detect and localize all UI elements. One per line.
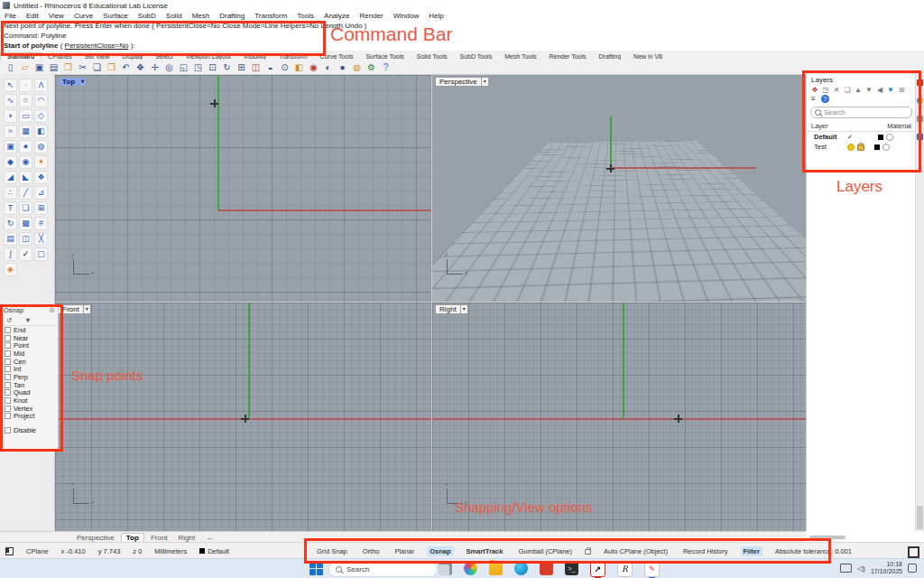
layer-material-icon[interactable] [882,144,890,151]
rectangle-icon[interactable]: ▭ [19,109,32,123]
paste-icon[interactable]: ❐ [105,61,118,73]
tab-subd-tools[interactable]: SubD Tools [453,53,498,60]
viewport-right-title[interactable]: Right [435,304,461,314]
start-button[interactable] [310,562,323,575]
solid-tools-icon[interactable]: ◆ [4,155,17,169]
delete-layer-icon[interactable]: ✕ [832,86,841,94]
menu-curve[interactable]: Curve [74,12,93,20]
menu-render[interactable]: Render [360,12,383,20]
box-icon[interactable]: ▣ [4,140,17,154]
osnap-quad[interactable]: Quad [1,389,58,397]
control-point-curve-icon[interactable]: ∿ [4,94,17,107]
current-layer-selector[interactable]: Default [199,547,229,555]
magnify-icon[interactable]: ◈ [4,263,17,276]
section-icon[interactable]: ▤ [4,232,17,246]
freeform-curve-icon[interactable]: ≈ [4,125,17,138]
taskbar-search-input[interactable]: Search [328,562,438,577]
toggle-auto-cplane[interactable]: Auto CPlane (Object) [601,546,670,556]
text-icon[interactable]: T [4,201,17,215]
bend-icon[interactable]: ∫ [4,247,17,261]
isolate-icon[interactable]: ⊙ [278,61,291,73]
blend-icon[interactable]: ❖ [34,171,48,184]
toggle-filter[interactable]: Filter [741,546,762,556]
layer-name[interactable]: Default [814,133,845,141]
panel-tab-help-icon[interactable] [917,134,923,140]
osnap-int[interactable]: Int [1,365,58,373]
point-object[interactable] [241,415,249,423]
zoom-extents-icon[interactable]: ◳ [191,61,205,73]
tab-standard[interactable]: Standard [0,52,42,60]
cylinder-icon[interactable]: ◍ [34,140,48,154]
osnap-cen-checkbox[interactable] [5,359,11,365]
viewport-layout-icon[interactable]: ⊞ [235,61,248,73]
single-point-icon[interactable]: ∙ [19,79,32,92]
menu-window[interactable]: Window [393,12,419,20]
hide-objects-icon[interactable]: ◒ [263,61,277,73]
lock-objects-icon[interactable]: ◧ [292,61,306,73]
viewport-top-title[interactable]: Top [58,77,79,87]
circle-icon[interactable]: ○ [19,94,32,107]
new-sublayer-icon[interactable]: ◳ [821,86,830,94]
osnap-disable-checkbox[interactable] [5,427,11,434]
viewport-perspective-label[interactable]: Perspective ▾ [435,77,489,87]
layer-color-swatch[interactable] [878,135,883,140]
viewport-top[interactable]: Top ▾ yx [54,74,432,303]
zoom-window-icon[interactable]: ◱ [177,61,190,73]
cplane-selector[interactable]: CPlane [26,547,49,555]
zoom-icon[interactable]: ◎ [162,61,176,73]
osnap-point[interactable]: Point [1,341,58,350]
osnap-vertex[interactable]: Vertex [1,405,58,413]
tab-viewport-layout[interactable]: Viewport Layout [180,53,237,60]
edge-browser-icon[interactable] [514,562,528,575]
viewport-perspective-title[interactable]: Perspective [435,77,482,87]
zoom-selected-icon[interactable]: ⊡ [206,61,219,73]
menu-help[interactable]: Help [429,12,443,20]
viewport-front[interactable]: Front ▾ zx [54,302,432,533]
menu-drafting[interactable]: Drafting [219,12,245,20]
osnap-history-icon[interactable]: ↺ [6,316,12,324]
viewport-tab-top[interactable]: Top [121,533,144,543]
layers-search-input[interactable]: Search [810,107,912,118]
arc-icon[interactable]: ◠ [34,94,48,107]
osnap-point-checkbox[interactable] [5,342,11,349]
layer-row-test[interactable]: Test [807,142,916,152]
menu-tools[interactable]: Tools [297,12,314,20]
viewport-right[interactable]: Right ▾ zy [431,302,808,533]
osnap-perp-checkbox[interactable] [5,374,11,380]
undo-icon[interactable]: ↶ [119,61,133,73]
menu-transform[interactable]: Transform [254,12,287,20]
pen-annotation-app-icon[interactable]: ✎ [644,562,660,577]
osnap-near-checkbox[interactable] [5,335,11,341]
command-prompt-option[interactable]: PersistentClose=No [65,42,129,50]
viewport-front-title[interactable]: Front [58,304,84,314]
move-layer-down-icon[interactable]: ▼ [864,86,873,94]
rhino-8-app-icon[interactable]: R [617,562,633,577]
osnap-mid[interactable]: Mid [1,350,58,358]
shaded-display-icon[interactable]: ◐ [321,61,335,73]
gear-icon[interactable]: ⚙ [49,306,55,314]
viewport-tab-arrow-icon[interactable]: ↔ [201,534,217,542]
save-icon[interactable]: ▣ [32,61,46,73]
column-material[interactable]: Material [887,122,911,130]
window-mode-icon[interactable] [908,546,919,558]
toggle-ortho[interactable]: Ortho [360,546,383,556]
panel-tab-properties-icon[interactable] [917,116,923,122]
orient-icon[interactable]: ↻ [4,217,17,230]
import-icon[interactable]: ❒ [61,61,75,73]
new-layer-icon[interactable]: ❖ [810,86,819,94]
point-object[interactable] [674,415,682,423]
layer-material-icon[interactable] [886,134,893,141]
viewport-front-caret-icon[interactable]: ▾ [84,304,91,314]
polygon-icon[interactable]: ◇ [34,109,48,123]
speaker-icon[interactable]: ◁) [857,564,865,573]
panel-tab-layers-icon[interactable] [917,79,923,86]
duplicate-layer-icon[interactable]: ❏ [843,86,852,94]
tab-render-tools[interactable]: Render Tools [542,53,592,60]
layer-visibility-bulb-icon[interactable] [847,144,855,151]
menu-file[interactable]: File [5,12,16,20]
tab-solid-tools[interactable]: Solid Tools [411,53,454,60]
tab-transform[interactable]: Transform [273,53,314,60]
open-file-icon[interactable]: ▱ [18,61,32,73]
annotation-arrow-app-icon[interactable]: ↗ [590,562,605,577]
move-layer-left-icon[interactable]: ◀ [875,86,884,94]
